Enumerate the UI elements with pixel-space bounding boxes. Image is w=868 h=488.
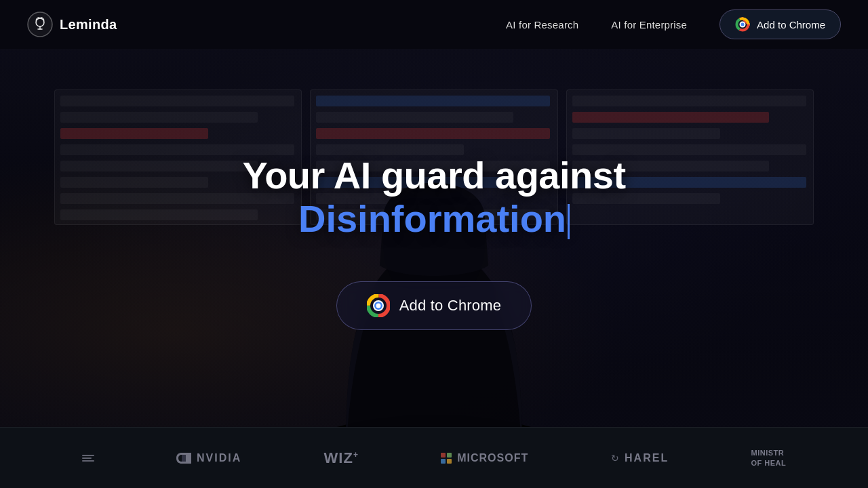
chrome-icon-nav: [735, 17, 750, 32]
svg-point-8: [741, 23, 745, 26]
hero-title-line1: Your AI guard against: [242, 154, 625, 197]
svg-point-16: [376, 304, 380, 308]
brand-wiz: WIZ+: [324, 449, 359, 467]
nav-link-research[interactable]: AI for Research: [506, 19, 578, 30]
harel-label: HAREL: [625, 452, 669, 464]
brand-nvidia: NVIDIA: [176, 452, 241, 464]
microsoft-label: Microsoft: [457, 452, 528, 464]
hero-title: Your AI guard against Disinformation: [242, 154, 625, 241]
svg-point-0: [28, 12, 52, 37]
nvidia-label: NVIDIA: [197, 452, 241, 464]
small-mark-icon: [82, 455, 94, 462]
navbar: Leminda AI for Research AI for Enterpris…: [0, 0, 868, 49]
chrome-icon-hero: [367, 294, 390, 317]
logo[interactable]: Leminda: [27, 12, 117, 37]
ministry-label: MINISTROF HEAL: [751, 448, 786, 468]
brand-small-mark: [82, 455, 94, 462]
nav-add-to-chrome-button[interactable]: Add to Chrome: [719, 9, 841, 39]
microsoft-icon: [441, 453, 452, 464]
brand-harel: ↻ HAREL: [611, 452, 669, 464]
text-cursor: [568, 204, 570, 239]
hero-cta-label: Add to Chrome: [399, 297, 502, 314]
nvidia-icon: [176, 453, 191, 464]
brand-ministry: MINISTROF HEAL: [751, 448, 786, 468]
nav-cta-label: Add to Chrome: [757, 19, 825, 30]
hero-content: Your AI guard against Disinformation Add…: [0, 49, 868, 455]
hero-section: Your AI guard against Disinformation Add…: [0, 49, 868, 455]
logo-icon: [27, 12, 53, 37]
brands-bar: NVIDIA WIZ+ Microsoft ↻ HAREL MINISTROF …: [0, 427, 868, 488]
nav-links: AI for Research AI for Enterprise Add to…: [506, 9, 841, 39]
wiz-label: WIZ+: [324, 449, 359, 467]
hero-add-to-chrome-button[interactable]: Add to Chrome: [336, 281, 532, 330]
harel-icon: ↻: [611, 453, 620, 464]
brand-microsoft: Microsoft: [441, 452, 528, 464]
hero-title-line2: Disinformation: [242, 197, 625, 241]
nav-link-enterprise[interactable]: AI for Enterprise: [611, 19, 687, 30]
logo-text: Leminda: [60, 17, 117, 33]
